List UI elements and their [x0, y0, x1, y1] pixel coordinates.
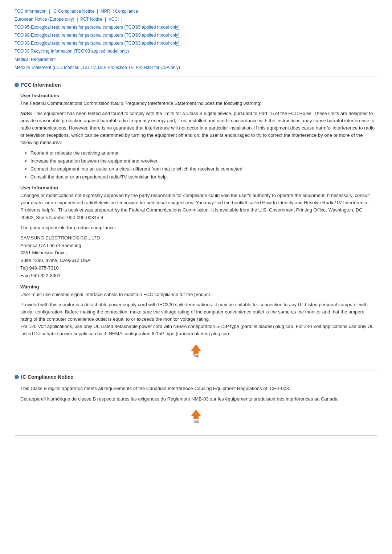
- bullet-4: Consult the dealer or an experienced rad…: [30, 173, 377, 181]
- bullet-3: Connect the equipment into an outlet on …: [30, 165, 377, 173]
- note-bold: Note:: [20, 111, 32, 116]
- warning-title: Warning: [20, 284, 377, 290]
- warning-para1: User must use shielded signal interface …: [20, 291, 377, 298]
- user-instructions: User Instructions The Federal Communicat…: [15, 93, 377, 181]
- nav-eu[interactable]: European Notice (Europe only): [15, 17, 74, 22]
- fcc-section-title: FCC Information: [15, 82, 377, 88]
- bullet-1: Reorient or relocate the receiving anten…: [30, 149, 377, 157]
- ic-top-rect-icon: [193, 416, 199, 419]
- fcc-section: FCC Information User Instructions The Fe…: [15, 82, 377, 371]
- user-info-para2: The party responsible for product compli…: [20, 224, 377, 231]
- nav-tco03r[interactable]: TCO'03 Recycling Information (TCO'03 app…: [15, 49, 129, 54]
- ic-section: IC Compliance Notice This Class B digita…: [15, 374, 377, 435]
- top-label: Top: [193, 354, 199, 358]
- warning-para2: Provided with this monitor is a detachab…: [20, 301, 377, 338]
- ic-bullet-icon: [15, 375, 19, 379]
- user-instructions-title: User Instructions: [20, 93, 377, 98]
- fcc-bullet-icon: [15, 83, 19, 87]
- ic-para2: Cet appareil Numérique de classe B respe…: [20, 395, 377, 403]
- nav-mpr[interactable]: MPR II Compliance: [101, 9, 138, 14]
- note-text: This equipment has been tested and found…: [20, 111, 375, 145]
- user-instructions-bullets: Reorient or relocate the receiving anten…: [20, 149, 377, 181]
- user-instructions-para1: The Federal Communications Commission Ra…: [20, 100, 377, 107]
- top-rect-icon: [193, 351, 199, 354]
- nav-fcc[interactable]: FCC Information: [15, 9, 46, 14]
- user-info-para1: Changes or modifications not expressly a…: [20, 192, 377, 221]
- nav-vcci[interactable]: VCCI: [109, 17, 119, 22]
- top-button[interactable]: Top: [188, 343, 204, 359]
- address-block: SAMSUNG ELECTRONICS CO., LTD America QA …: [20, 234, 377, 280]
- ic-top-arrow-icon: [191, 410, 201, 416]
- ic-section-title: IC Compliance Notice: [15, 374, 377, 380]
- nav-tco99[interactable]: TCO'99-Ecological requirements for perso…: [15, 33, 180, 38]
- nav-mercury[interactable]: Mercury Statement (LCD Monitor, LCD TV, …: [15, 65, 180, 70]
- ic-top-button[interactable]: Top: [188, 409, 204, 424]
- nav-med[interactable]: Medical Requirement: [15, 57, 56, 62]
- top-arrow-icon: [191, 344, 201, 351]
- fcc-top-button-container: Top: [15, 343, 377, 359]
- ic-top-label: Top: [193, 419, 199, 423]
- bullet-2: Increase the separation between the equi…: [30, 157, 377, 165]
- nav-tco95[interactable]: TCO'95-Ecological requirements for perso…: [15, 25, 180, 30]
- ic-para1: This Class B digital apparatus meets all…: [20, 385, 377, 392]
- nav-pct[interactable]: PCT Notice: [80, 17, 102, 22]
- nav-tco03[interactable]: TCO'03-Ecological requirements for perso…: [15, 41, 180, 46]
- ic-content: This Class B digital apparatus meets all…: [15, 385, 377, 402]
- ic-top-button-container: Top: [15, 409, 377, 424]
- user-information: User Information Changes or modification…: [15, 185, 377, 279]
- note-paragraph: Note: This equipment has been tested and…: [20, 110, 377, 147]
- navigation-links: FCC Information | IC Compliance Notice |…: [15, 7, 377, 71]
- nav-ic[interactable]: IC Compliance Notice: [52, 9, 94, 14]
- warning-section: Warning User must use shielded signal in…: [15, 284, 377, 338]
- user-information-title: User Information: [20, 185, 377, 190]
